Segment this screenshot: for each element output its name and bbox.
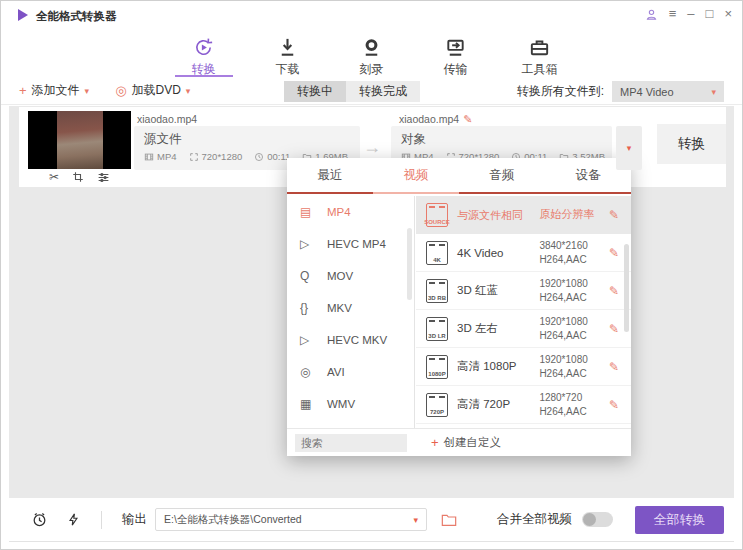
app-logo-icon <box>18 9 28 21</box>
create-custom-button[interactable]: + 创建自定义 <box>431 435 501 450</box>
toolbox-icon <box>528 36 551 59</box>
tab-finished[interactable]: 转换完成 <box>346 81 420 102</box>
preset-3d-anaglyph[interactable]: 3D RB 3D 红蓝 1920*1080H264,AAC ✎ <box>416 272 631 310</box>
clock-icon <box>254 152 264 162</box>
video-thumbnail[interactable] <box>28 111 131 169</box>
merge-all-toggle[interactable] <box>582 512 613 527</box>
source-format: MP4 <box>144 151 177 162</box>
output-label: 输出 <box>122 511 147 528</box>
thumbnail-photo <box>57 111 103 169</box>
output-caret-icon: ▾ <box>413 515 418 525</box>
mkv-icon: {} <box>300 301 327 315</box>
rename-icon[interactable]: ✎ <box>463 113 472 125</box>
format-search-input[interactable] <box>295 434 407 452</box>
tab-burn[interactable]: 刻录 <box>345 29 399 79</box>
tab-convert[interactable]: 转换 <box>177 29 231 79</box>
dvd-icon: ◎ <box>115 83 126 98</box>
format-item-mov[interactable]: Q MOV <box>287 260 414 292</box>
convert-all-to-label: 转换所有文件到: <box>517 83 604 100</box>
convert-all-to-select[interactable]: MP4 Video ▾ <box>612 81 724 102</box>
close-icon[interactable]: × <box>724 6 732 22</box>
convert-all-button[interactable]: 全部转换 <box>635 506 724 534</box>
preset-specs: 1280*720H264,AAC <box>539 391 609 419</box>
app-title: 全能格式转换器 <box>36 9 117 24</box>
menu-icon[interactable]: ≡ <box>669 6 677 22</box>
preset-specs: 1920*1080H264,AAC <box>539 353 609 381</box>
load-dvd-label: 加载DVD <box>131 82 180 99</box>
preset-hd-1080p[interactable]: 1080P 高清 1080P 1920*1080H264,AAC ✎ <box>416 348 631 386</box>
titlebar: 全能格式转换器 ≡ – □ × <box>1 1 742 29</box>
format-item-wmv[interactable]: ▦ WMV <box>287 388 414 420</box>
maximize-icon[interactable]: □ <box>706 6 714 22</box>
add-file-caret-icon[interactable]: ▾ <box>85 86 90 96</box>
panel-tab-audio[interactable]: 音频 <box>459 158 545 192</box>
high-speed-icon[interactable] <box>66 511 81 528</box>
convert-all-to-value: MP4 Video <box>620 86 674 98</box>
merge-all-label: 合并全部视频 <box>497 511 572 528</box>
preset-list: SOURCE 与源文件相同 原始分辨率 ✎ 4K 4K Video 3840*2… <box>416 196 631 428</box>
edit-preset-icon[interactable]: ✎ <box>609 208 619 222</box>
format-item-mp4[interactable]: ▤ MP4 <box>287 196 414 228</box>
mp4-icon: ▤ <box>300 205 327 219</box>
format-dropdown-button[interactable]: ▾ <box>616 126 642 170</box>
toggle-knob <box>583 513 596 526</box>
add-file-button[interactable]: + 添加文件 ▾ <box>19 82 89 99</box>
edit-preset-icon[interactable]: ✎ <box>609 398 619 412</box>
plus-icon: + <box>431 435 439 450</box>
film-icon <box>144 152 154 162</box>
convert-icon <box>192 36 215 59</box>
preset-hd-720p[interactable]: 720P 高清 720P 1280*720H264,AAC ✎ <box>416 386 631 424</box>
format-item-hevc-mp4[interactable]: ▷ HEVC MP4 <box>287 228 414 260</box>
tab-transfer-label: 传输 <box>444 61 468 78</box>
preset-specs: 1920*1080H264,AAC <box>539 277 609 305</box>
target-filename-row: xiaodao.mp4✎ <box>399 113 472 126</box>
edit-preset-icon[interactable]: ✎ <box>609 246 619 260</box>
panel-tab-recent[interactable]: 最近 <box>287 158 373 192</box>
format-item-avi[interactable]: ◎ AVI <box>287 356 414 388</box>
footer-bar: 输出 E:\全能格式转换器\Converted ▾ 合并全部视频 全部转换 <box>9 498 734 542</box>
effects-icon[interactable] <box>97 171 110 184</box>
preset-3d-rb-icon: 3D RB <box>426 279 448 303</box>
format-item-m4v[interactable]: ◺ M4V <box>287 420 414 428</box>
account-icon[interactable] <box>645 8 658 21</box>
crop-icon[interactable] <box>72 171 84 183</box>
edit-preset-icon[interactable]: ✎ <box>609 360 619 374</box>
panel-footer: + 创建自定义 <box>287 428 631 456</box>
output-path-value: E:\全能格式转换器\Converted <box>164 513 302 527</box>
output-path-select[interactable]: E:\全能格式转换器\Converted ▾ <box>155 508 427 531</box>
load-dvd-button[interactable]: ◎ 加载DVD ▾ <box>115 82 190 99</box>
preset-3d-sbs[interactable]: 3D LR 3D 左右 1920*1080H264,AAC ✎ <box>416 310 631 348</box>
preset-1080p-icon: 1080P <box>426 355 448 379</box>
tab-toolbox-label: 工具箱 <box>522 61 558 78</box>
preset-4k-video[interactable]: 4K 4K Video 3840*2160H264,AAC ✎ <box>416 234 631 272</box>
trim-icon[interactable]: ✂ <box>49 170 59 184</box>
format-list-scrollbar[interactable] <box>407 228 412 300</box>
source-card-title: 源文件 <box>144 131 350 148</box>
tab-download[interactable]: 下载 <box>261 29 315 79</box>
tab-download-label: 下载 <box>276 61 300 78</box>
format-item-hevc-mkv[interactable]: ▷ HEVC MKV <box>287 324 414 356</box>
avi-icon: ◎ <box>300 365 327 379</box>
open-folder-icon[interactable] <box>441 513 457 527</box>
tab-convert-label: 转换 <box>192 61 216 78</box>
edit-preset-icon[interactable]: ✎ <box>609 284 619 298</box>
preset-list-scrollbar[interactable] <box>624 244 629 332</box>
format-item-mkv[interactable]: {} MKV <box>287 292 414 324</box>
tab-toolbox[interactable]: 工具箱 <box>513 29 567 79</box>
hevc-mkv-icon: ▷ <box>300 333 327 347</box>
panel-tab-video[interactable]: 视频 <box>373 158 459 192</box>
transfer-icon <box>444 36 467 59</box>
convert-row-button[interactable]: 转换 <box>657 124 726 164</box>
edit-preset-icon[interactable]: ✎ <box>609 322 619 336</box>
burn-disc-icon <box>360 36 383 59</box>
plus-icon: + <box>19 83 27 98</box>
schedule-icon[interactable] <box>31 511 48 528</box>
wmv-icon: ▦ <box>300 397 327 411</box>
source-resolution: 720*1280 <box>189 151 243 162</box>
preset-same-as-source[interactable]: SOURCE 与源文件相同 原始分辨率 ✎ <box>416 196 631 234</box>
minimize-icon[interactable]: – <box>687 6 694 22</box>
tab-converting[interactable]: 转换中 <box>284 81 346 102</box>
load-dvd-caret-icon[interactable]: ▾ <box>186 86 191 96</box>
add-file-label: 添加文件 <box>32 82 80 99</box>
tab-transfer[interactable]: 传输 <box>429 29 483 79</box>
